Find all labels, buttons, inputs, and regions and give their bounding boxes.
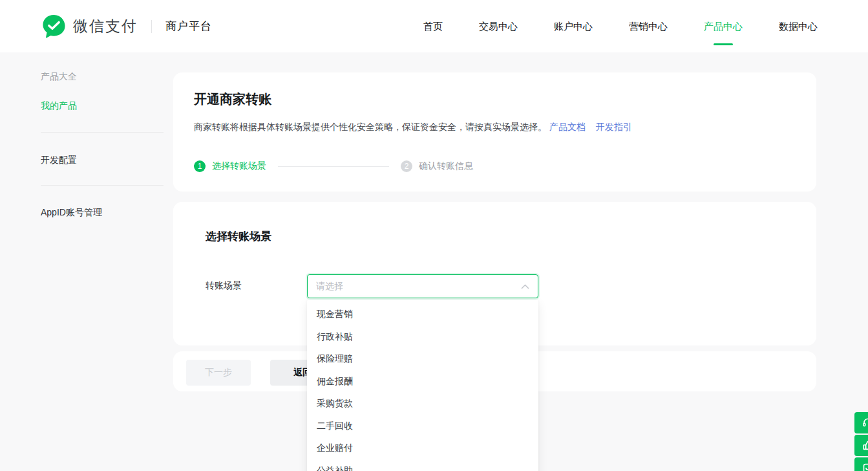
floating-sidebar <box>854 412 868 471</box>
customer-service-icon[interactable] <box>854 412 868 433</box>
nav-item[interactable]: 数据中心 <box>779 19 818 33</box>
dropdown-option[interactable]: 保险理赔 <box>307 347 538 370</box>
sidebar-section-label: 产品大全 <box>41 71 77 83</box>
sidebar: 产品大全 我的产品开发配置AppID账号管理 <box>41 52 164 471</box>
nav-item[interactable]: 产品中心 <box>704 19 743 33</box>
nav-item-label: 账户中心 <box>554 21 593 32</box>
chevron-up-icon <box>521 284 529 289</box>
app: 微信支付 商户平台 首页交易中心账户中心营销中心产品中心数据中心 产品大全 我的… <box>0 0 868 471</box>
transfer-scene-dropdown: 现金营销行政补贴保险理赔佣金报酬采购货款二手回收企业赔付公益补助 <box>307 300 538 471</box>
header: 微信支付 商户平台 首页交易中心账户中心营销中心产品中心数据中心 <box>0 0 868 52</box>
sidebar-divider <box>41 132 164 133</box>
dropdown-option[interactable]: 公益补助 <box>307 459 538 471</box>
next-step-button[interactable]: 下一步 <box>186 360 251 386</box>
sidebar-item[interactable]: 我的产品 <box>41 100 77 112</box>
sidebar-divider <box>41 185 164 186</box>
form-heading: 选择转账场景 <box>206 229 271 244</box>
dropdown-option[interactable]: 现金营销 <box>307 303 538 325</box>
main-nav: 首页交易中心账户中心营销中心产品中心数据中心 <box>423 19 818 33</box>
step-2: 2 确认转账信息 <box>401 160 473 172</box>
sidebar-item[interactable]: AppID账号管理 <box>41 207 102 219</box>
nav-item[interactable]: 营销中心 <box>629 19 668 33</box>
intro-card: 开通商家转账 商家转账将根据具体转账场景提供个性化安全策略，保证资金安全，请按真… <box>173 72 816 192</box>
nav-item-label: 首页 <box>423 21 443 32</box>
step-indicator: 1 选择转账场景 2 确认转账信息 <box>194 160 473 172</box>
nav-item[interactable]: 账户中心 <box>554 19 593 33</box>
dropdown-option[interactable]: 采购货款 <box>307 392 538 415</box>
step-1-circle: 1 <box>194 160 206 172</box>
brand-name: 微信支付 <box>73 16 138 36</box>
transfer-scene-field-label: 转账场景 <box>206 280 242 292</box>
select-placeholder: 请选择 <box>316 281 343 292</box>
dev-guide-link[interactable]: 开发指引 <box>596 122 632 132</box>
dropdown-option[interactable]: 二手回收 <box>307 415 538 437</box>
dropdown-option[interactable]: 行政补贴 <box>307 325 538 348</box>
mini-program-icon[interactable] <box>854 457 868 471</box>
portal-name: 商户平台 <box>165 19 212 34</box>
transfer-scene-select[interactable]: 请选择 <box>307 274 538 298</box>
active-tab-underline <box>714 43 733 45</box>
step-1: 1 选择转账场景 <box>194 160 266 172</box>
nav-item-label: 数据中心 <box>779 21 818 32</box>
nav-item-label: 产品中心 <box>704 21 743 32</box>
wechat-pay-logo-icon <box>41 13 67 39</box>
step-2-label: 确认转账信息 <box>419 160 473 172</box>
sidebar-item[interactable]: 开发配置 <box>41 155 77 166</box>
brand: 微信支付 商户平台 <box>41 13 212 39</box>
intro-description: 商家转账将根据具体转账场景提供个性化安全策略，保证资金安全，请按真实场景选择。 … <box>194 120 632 133</box>
dropdown-option[interactable]: 佣金报酬 <box>307 370 538 393</box>
nav-item-label: 交易中心 <box>479 21 518 32</box>
nav-item-label: 营销中心 <box>629 21 668 32</box>
product-doc-link[interactable]: 产品文档 <box>549 122 586 132</box>
feedback-icon[interactable] <box>854 435 868 456</box>
step-2-circle: 2 <box>401 160 412 172</box>
page-title: 开通商家转账 <box>194 91 271 108</box>
step-1-label: 选择转账场景 <box>212 160 266 172</box>
nav-item[interactable]: 首页 <box>423 19 443 33</box>
step-connector-line <box>278 166 389 167</box>
brand-divider <box>151 20 152 33</box>
intro-description-text: 商家转账将根据具体转账场景提供个性化安全策略，保证资金安全，请按真实场景选择。 <box>194 122 547 132</box>
nav-item[interactable]: 交易中心 <box>479 19 518 33</box>
dropdown-option[interactable]: 企业赔付 <box>307 437 538 459</box>
